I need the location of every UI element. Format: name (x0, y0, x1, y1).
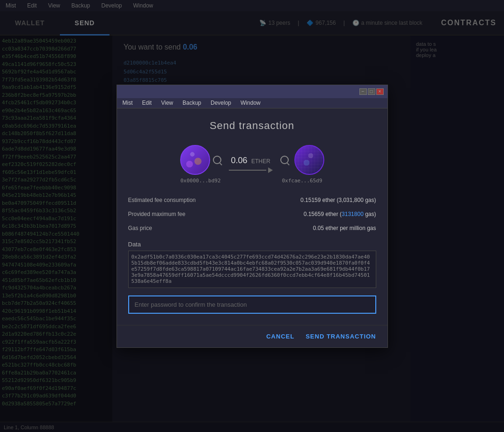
gas-price-label: Gas price (128, 223, 248, 233)
minimize-button[interactable]: − (359, 88, 367, 95)
arrow-line (229, 167, 273, 173)
amount-display: 0.06 ETHER (231, 156, 270, 166)
close-button[interactable]: × (376, 88, 384, 95)
estimated-fee-label: Estimated fee consumption (128, 195, 248, 205)
fee-info-grid: Estimated fee consumption 0.15159 ether … (128, 195, 376, 233)
transaction-visual: 0x0000...bd92 0.06 ETHER (128, 145, 376, 184)
modal-data-section: Data 0x2adf51b0c7a0336c030ea17ca3c4045c2… (128, 241, 376, 290)
modal-footer: CANCEL SEND TRANSACTION (117, 325, 387, 347)
max-fee-highlight: 3131800 (342, 211, 364, 217)
modal-data-label: Data (128, 241, 376, 248)
send-transaction-button[interactable]: SEND TRANSACTION (306, 333, 376, 340)
titlebar-controls: − □ × (359, 88, 384, 95)
from-avatar (180, 145, 210, 175)
from-avatar-container: 0x0000...bd92 (180, 145, 221, 184)
modal-menu-develop[interactable]: Develop (209, 99, 233, 107)
to-avatar-inner (295, 146, 323, 174)
maximize-button[interactable]: □ (368, 88, 375, 95)
tx-amount-unit: ETHER (251, 158, 270, 165)
to-avatar-container: 0xfcae...65d9 (280, 145, 324, 184)
modal-heading: Send transaction (128, 120, 376, 132)
send-transaction-dialog: − □ × Mist Edit View Backup Develop Wind… (117, 85, 388, 348)
to-search-icon[interactable] (280, 156, 289, 164)
modal-menu-window[interactable]: Window (239, 99, 263, 107)
estimated-fee-value: 0.15159 ether (3,031,800 gas) (256, 195, 376, 205)
to-avatar-wrapper (280, 145, 324, 175)
arrow-head (268, 167, 273, 173)
tx-arrow: 0.06 ETHER (229, 156, 273, 173)
modal-menu-view[interactable]: View (159, 99, 175, 107)
modal-overlay: − □ × Mist Edit View Backup Develop Wind… (0, 0, 504, 432)
from-search-icon[interactable] (213, 156, 221, 164)
from-avatar-inner (181, 146, 209, 174)
modal-body: Send transaction 0x0000...bd92 (117, 108, 387, 325)
password-input[interactable] (128, 295, 376, 314)
max-fee-value: 0.15659 ether (3131800 gas) (256, 209, 376, 219)
modal-menubar: Mist Edit View Backup Develop Window (117, 98, 387, 108)
arrow-shaft (229, 170, 266, 171)
modal-data-textarea[interactable]: 0x2adf51b0c7a0336c030ea17ca3c4045c277fe6… (128, 251, 376, 288)
max-fee-val-prefix: 0.15659 ether ( (304, 211, 342, 217)
from-avatar-wrapper (180, 145, 221, 175)
max-fee-label: Provided maximum fee (128, 209, 248, 219)
tx-amount: 0.06 (231, 156, 247, 165)
modal-menu-edit[interactable]: Edit (140, 99, 154, 107)
pixel-art-overlay (295, 146, 323, 174)
cancel-button[interactable]: CANCEL (266, 333, 294, 340)
modal-menu-backup[interactable]: Backup (181, 99, 203, 107)
gas-price-value: 0.05 ether per million gas (256, 223, 376, 233)
modal-titlebar: − □ × (117, 85, 387, 98)
to-avatar (294, 145, 324, 175)
to-address: 0xfcae...65d9 (282, 178, 322, 184)
from-address: 0x0000...bd92 (180, 178, 220, 184)
max-fee-suffix: gas) (364, 211, 376, 217)
modal-menu-mist[interactable]: Mist (121, 99, 135, 107)
